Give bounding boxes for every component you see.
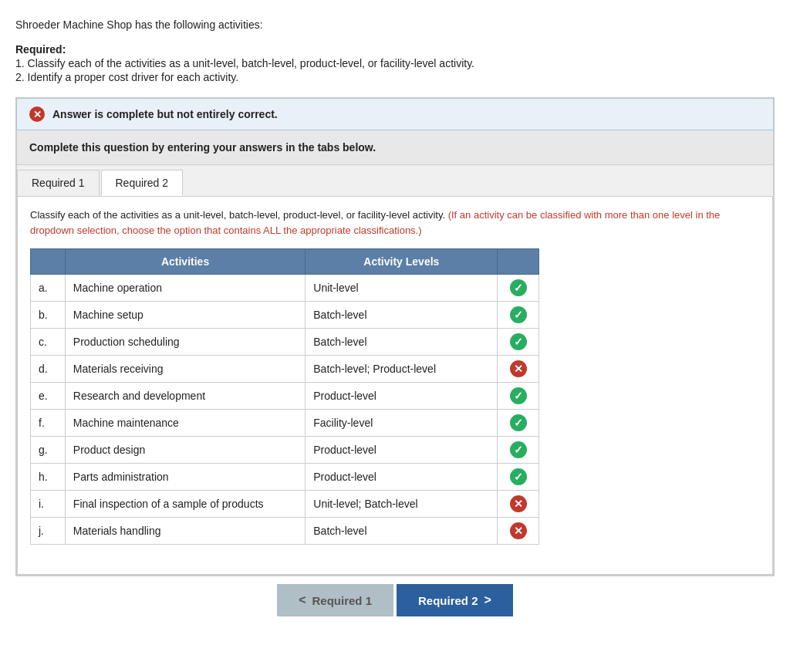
question-container: ✕ Answer is complete but not entirely co… (15, 97, 775, 576)
row-level: Batch-level (306, 329, 498, 356)
wrong-icon: ✕ (510, 495, 527, 512)
row-status: ✓ (498, 329, 539, 356)
alert-icon: ✕ (29, 106, 45, 122)
row-activity: Parts administration (65, 464, 305, 491)
row-id: f. (31, 410, 66, 437)
table-row: h.Parts administrationProduct-level✓ (31, 464, 539, 491)
table-row: e.Research and developmentProduct-level✓ (31, 383, 539, 410)
table-row: i.Final inspection of a sample of produc… (31, 491, 539, 518)
wrong-icon: ✕ (510, 360, 527, 377)
complete-box: Complete this question by entering your … (16, 130, 774, 165)
tabs-container: Required 1 Required 2 Classify each of t… (16, 165, 774, 576)
row-level: Product-level (306, 464, 498, 491)
correct-icon: ✓ (510, 333, 527, 350)
table-row: d.Materials receivingBatch-level; Produc… (31, 356, 539, 383)
intro-text: Shroeder Machine Shop has the following … (15, 19, 775, 31)
table-row: g.Product designProduct-level✓ (31, 437, 539, 464)
row-id: d. (31, 356, 66, 383)
row-level: Batch-level (306, 518, 498, 545)
th-letter (31, 249, 66, 275)
row-id: e. (31, 383, 66, 410)
activity-table: Activities Activity Levels a.Machine ope… (30, 248, 539, 545)
table-row: a.Machine operationUnit-level✓ (31, 275, 539, 302)
row-status: ✕ (498, 356, 539, 383)
row-status: ✓ (498, 383, 539, 410)
row-activity: Machine operation (65, 275, 305, 302)
alert-text: Answer is complete but not entirely corr… (52, 108, 278, 120)
correct-icon: ✓ (510, 414, 527, 431)
table-row: j.Materials handlingBatch-level✕ (31, 518, 539, 545)
prev-label: Required 1 (312, 594, 372, 607)
complete-box-text: Complete this question by entering your … (29, 141, 376, 154)
required-label: Required: (15, 43, 775, 56)
next-button[interactable]: Required 2 > (397, 584, 513, 616)
row-status: ✓ (498, 410, 539, 437)
row-id: a. (31, 275, 66, 302)
tabs-row: Required 1 Required 2 (17, 165, 773, 197)
required-item-2: 2. Identify a proper cost driver for eac… (15, 71, 775, 83)
tab-required-1[interactable]: Required 1 (17, 170, 100, 196)
table-header-row: Activities Activity Levels (31, 249, 539, 275)
row-id: j. (31, 518, 66, 545)
row-activity: Machine setup (65, 302, 305, 329)
table-row: c.Production schedulingBatch-level✓ (31, 329, 539, 356)
row-id: g. (31, 437, 66, 464)
nav-buttons: < Required 1 Required 2 > (15, 584, 775, 624)
required-item-1: 1. Classify each of the activities as a … (15, 57, 775, 69)
next-arrow: > (484, 593, 491, 607)
prev-button[interactable]: < Required 1 (277, 584, 393, 616)
correct-icon: ✓ (510, 468, 527, 485)
instruction-text: Classify each of the activities as a uni… (30, 208, 760, 238)
row-activity: Materials receiving (65, 356, 305, 383)
row-activity: Research and development (65, 383, 305, 410)
row-id: h. (31, 464, 66, 491)
row-activity: Product design (65, 437, 305, 464)
table-row: b.Machine setupBatch-level✓ (31, 302, 539, 329)
table-row: f.Machine maintenanceFacility-level✓ (31, 410, 539, 437)
row-level: Batch-level (306, 302, 498, 329)
instruction-main: Classify each of the activities as a uni… (30, 209, 445, 221)
row-id: c. (31, 329, 66, 356)
alert-box: ✕ Answer is complete but not entirely co… (16, 98, 774, 130)
prev-arrow: < (299, 593, 306, 607)
row-activity: Production scheduling (65, 329, 305, 356)
next-label: Required 2 (418, 594, 478, 607)
correct-icon: ✓ (510, 306, 527, 323)
tab-content: Classify each of the activities as a uni… (17, 197, 773, 575)
row-status: ✕ (498, 518, 539, 545)
row-id: i. (31, 491, 66, 518)
required-section: Required: 1. Classify each of the activi… (15, 43, 775, 83)
correct-icon: ✓ (510, 387, 527, 404)
correct-icon: ✓ (510, 279, 527, 296)
row-status: ✕ (498, 491, 539, 518)
row-activity: Machine maintenance (65, 410, 305, 437)
wrong-icon: ✕ (510, 522, 527, 539)
row-status: ✓ (498, 437, 539, 464)
correct-icon: ✓ (510, 441, 527, 458)
row-level: Unit-level (306, 275, 498, 302)
row-id: b. (31, 302, 66, 329)
row-activity: Materials handling (65, 518, 305, 545)
row-level: Batch-level; Product-level (306, 356, 498, 383)
th-levels: Activity Levels (306, 249, 498, 275)
row-status: ✓ (498, 464, 539, 491)
row-level: Product-level (306, 437, 498, 464)
row-level: Unit-level; Batch-level (306, 491, 498, 518)
tab-required-2[interactable]: Required 2 (101, 170, 184, 196)
row-status: ✓ (498, 302, 539, 329)
row-level: Product-level (306, 383, 498, 410)
row-level: Facility-level (306, 410, 498, 437)
row-activity: Final inspection of a sample of products (65, 491, 305, 518)
row-status: ✓ (498, 275, 539, 302)
th-status (498, 249, 539, 275)
th-activities: Activities (65, 249, 305, 275)
